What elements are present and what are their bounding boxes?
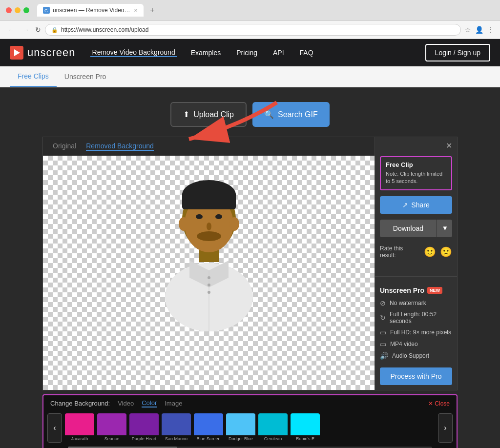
download-dropdown-btn[interactable]: ▼ — [438, 220, 452, 237]
svg-point-13 — [208, 291, 210, 294]
new-badge: NEW — [427, 287, 442, 294]
svg-point-11 — [208, 276, 210, 279]
pro-feature-3: ▭ Full HD: 9× more pixels — [380, 328, 452, 336]
dot-red[interactable] — [6, 7, 12, 13]
tab-favicon: G — [43, 7, 50, 14]
swatch-7[interactable]: Robin's E — [291, 413, 320, 443]
close-bg-btn[interactable]: ✕ Close — [428, 400, 450, 407]
process-pro-btn[interactable]: Process with Pro — [380, 367, 452, 385]
menu-btn[interactable]: ⋮ — [487, 26, 494, 34]
share-label: Share — [411, 201, 429, 209]
swatch-2[interactable]: Purple Heart — [129, 413, 159, 443]
swatch-6[interactable]: Cerulean — [258, 413, 288, 443]
navbar: unscreen Remove Video Background Example… — [0, 39, 500, 66]
svg-point-8 — [207, 223, 211, 230]
swatch-name-2: Purple Heart — [129, 436, 159, 441]
browser-chrome: G unscreen — Remove Video Back... ✕ + ← … — [0, 0, 500, 39]
nav-api[interactable]: API — [271, 49, 286, 57]
feature-label-1: No watermark — [390, 300, 426, 306]
swatch-4[interactable]: Blue Screen — [194, 413, 223, 443]
svg-rect-15 — [182, 192, 236, 209]
pro-header: Unscreen Pro NEW — [380, 286, 452, 294]
pro-feature-2: ↻ Full Length: 00:52 seconds — [380, 311, 452, 325]
swatch-next-btn[interactable]: › — [438, 413, 453, 443]
nav-remove-bg[interactable]: Remove Video Background — [90, 48, 177, 57]
login-btn[interactable]: Login / Sign up — [425, 44, 490, 61]
search-gif-btn[interactable]: 🔍 Search GIF — [252, 102, 330, 127]
browser-dots — [6, 7, 29, 13]
rate-label: Rate this result: — [380, 245, 420, 259]
swatch-name-1: Seance — [97, 436, 126, 441]
main-content: ⬆ Upload Clip 🔍 Search GIF Original Remo… — [0, 87, 500, 448]
bg-tab-image[interactable]: Image — [165, 400, 182, 407]
viewer-row: Original Removed Background — [42, 137, 458, 390]
pro-section: Unscreen Pro NEW ⊘ No watermark ↻ Full L… — [375, 282, 457, 390]
no-watermark-icon: ⊘ — [380, 299, 386, 307]
video-viewer: Original Removed Background — [42, 137, 375, 390]
pro-feature-5: 🔊 Audio Support — [380, 352, 452, 360]
back-btn[interactable]: ← — [6, 25, 17, 35]
swatch-1[interactable]: Seance — [97, 413, 126, 443]
swatch-name-4: Blue Screen — [194, 436, 223, 441]
nav-faq[interactable]: FAQ — [298, 49, 315, 57]
dot-yellow[interactable] — [15, 7, 21, 13]
refresh-btn[interactable]: ↻ — [35, 26, 41, 34]
side-panel-close: ✕ — [375, 137, 457, 154]
nav-pricing[interactable]: Pricing — [234, 49, 259, 57]
swatch-0[interactable]: Jacarath — [65, 413, 94, 443]
swatch-3[interactable]: San Marino — [162, 413, 191, 443]
free-clip-note: Note: Clip length limited to 5 seconds. — [386, 170, 446, 185]
tab-original[interactable]: Original — [53, 142, 76, 151]
logo-play-icon — [14, 49, 20, 56]
browser-titlebar: G unscreen — Remove Video Back... ✕ + — [0, 0, 500, 20]
swatch-prev-btn[interactable]: ‹ — [47, 413, 62, 443]
dot-green[interactable] — [23, 7, 29, 13]
profile-btn[interactable]: 👤 — [475, 26, 483, 34]
change-bg-label: Change Background: — [50, 400, 110, 407]
forward-btn[interactable]: → — [21, 25, 31, 35]
swatch-name-7: Robin's E — [291, 436, 320, 441]
panel-close-btn[interactable]: ✕ — [446, 141, 452, 150]
sad-emoji[interactable]: 🙁 — [440, 246, 452, 258]
change-bg-bar: Change Background: Video Color Image ✕ C… — [42, 394, 458, 448]
upload-clip-btn[interactable]: ⬆ Upload Clip — [170, 102, 247, 127]
svg-text:G: G — [44, 8, 48, 13]
bg-tab-color[interactable]: Color — [142, 399, 157, 407]
lock-icon: 🔒 — [51, 27, 58, 33]
nav-examples[interactable]: Examples — [189, 49, 223, 57]
image-area — [43, 156, 375, 390]
tab-close-btn[interactable]: ✕ — [134, 8, 138, 13]
happy-emoji[interactable]: 🙂 — [424, 246, 436, 258]
rate-section: Rate this result: 🙂 🙁 — [380, 245, 452, 259]
svg-point-16 — [179, 217, 188, 231]
feature-label-5: Audio Support — [392, 352, 429, 359]
panel-divider — [375, 276, 457, 277]
action-buttons: ⬆ Upload Clip 🔍 Search GIF — [170, 102, 330, 127]
side-panel: ✕ Free Clip Note: Clip length limited to… — [375, 137, 458, 390]
address-bar[interactable]: 🔒 https://www.unscreen.com/upload — [45, 24, 461, 36]
tab-label: unscreen — Remove Video Back... — [53, 7, 131, 14]
swatch-color-0 — [65, 413, 94, 435]
feature-label-3: Full HD: 9× more pixels — [390, 329, 451, 336]
svg-point-12 — [208, 284, 210, 286]
audio-icon: 🔊 — [380, 352, 388, 360]
swatch-color-1 — [97, 413, 126, 435]
swatch-color-2 — [129, 413, 159, 435]
share-btn[interactable]: ↗ Share — [380, 196, 452, 214]
svg-point-17 — [229, 217, 239, 231]
url-text: https://www.unscreen.com/upload — [61, 26, 148, 33]
feature-label-2: Full Length: 00:52 seconds — [390, 311, 452, 325]
browser-tab[interactable]: G unscreen — Remove Video Back... ✕ — [37, 4, 144, 17]
tab-unscreen-pro[interactable]: Unscreen Pro — [57, 67, 114, 86]
swatch-name-0: Jacarath — [65, 436, 94, 441]
bg-tab-video[interactable]: Video — [118, 400, 134, 407]
panel-spacer — [375, 263, 457, 271]
bookmark-btn[interactable]: ☆ — [465, 26, 471, 34]
upload-label: Upload Clip — [193, 110, 234, 119]
download-btn[interactable]: Download — [380, 220, 437, 237]
new-tab-btn[interactable]: + — [147, 5, 157, 15]
swatch-5[interactable]: Dodger Blue — [226, 413, 255, 443]
swatch-color-5 — [226, 413, 255, 435]
tab-removed-background[interactable]: Removed Background — [86, 142, 154, 151]
tab-free-clips[interactable]: Free Clips — [10, 66, 57, 87]
